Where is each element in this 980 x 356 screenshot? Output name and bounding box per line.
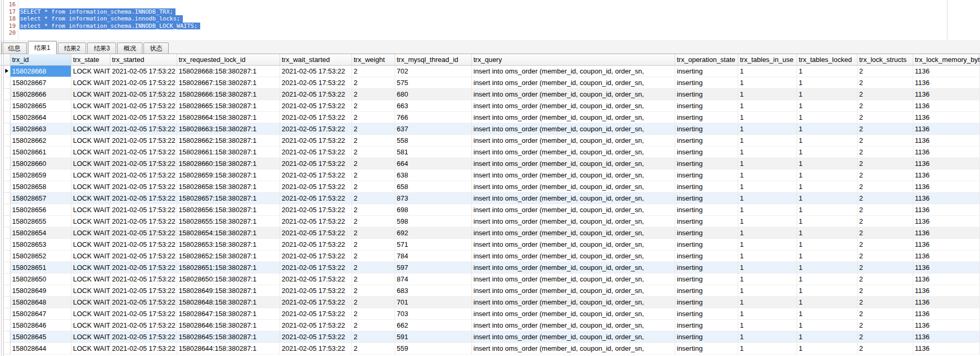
cell-trx_operation_state[interactable]: inserting bbox=[675, 297, 738, 308]
cell-trx_id[interactable]: 158028645 bbox=[11, 331, 71, 343]
cell-trx_lock_structs[interactable]: 2 bbox=[858, 216, 913, 227]
cell-trx_weight[interactable]: 2 bbox=[352, 250, 395, 262]
cell-trx_operation_state[interactable]: inserting bbox=[675, 66, 738, 77]
cell-trx_query[interactable]: insert into oms_order (member_id, coupon… bbox=[472, 170, 675, 181]
row-selector[interactable] bbox=[4, 297, 11, 308]
column-header-trx_state[interactable]: trx_state bbox=[71, 54, 110, 66]
cell-trx_tables_in_use[interactable]: 1 bbox=[738, 320, 797, 331]
cell-trx_weight[interactable]: 2 bbox=[352, 146, 395, 158]
tab-profile[interactable]: 概况 bbox=[117, 43, 142, 54]
cell-trx_lock_memory_bytes[interactable]: 1136 bbox=[913, 262, 980, 274]
cell-trx_id[interactable]: 158028653 bbox=[11, 239, 71, 250]
cell-trx_started[interactable]: 2021-02-05 17:53:22 bbox=[110, 320, 177, 331]
cell-trx_tables_in_use[interactable]: 1 bbox=[738, 262, 797, 274]
cell-trx_weight[interactable]: 2 bbox=[352, 112, 395, 123]
cell-trx_tables_in_use[interactable]: 1 bbox=[738, 297, 797, 308]
cell-trx_mysql_thread_id[interactable]: 559 bbox=[395, 343, 472, 354]
cell-trx_mysql_thread_id[interactable]: 581 bbox=[395, 146, 472, 158]
cell-trx_mysql_thread_id[interactable]: 702 bbox=[395, 66, 472, 77]
cell-trx_tables_locked[interactable]: 1 bbox=[797, 204, 858, 216]
tab-result3[interactable]: 结果3 bbox=[87, 43, 116, 54]
cell-trx_lock_memory_bytes[interactable]: 1136 bbox=[913, 227, 980, 239]
cell-trx_tables_in_use[interactable]: 1 bbox=[738, 112, 797, 123]
cell-trx_operation_state[interactable]: inserting bbox=[675, 343, 738, 354]
column-header-trx_wait_started[interactable]: trx_wait_started bbox=[280, 54, 352, 66]
cell-trx_mysql_thread_id[interactable]: 571 bbox=[395, 239, 472, 250]
cell-trx_tables_in_use[interactable]: 1 bbox=[738, 66, 797, 77]
cell-trx_mysql_thread_id[interactable]: 874 bbox=[395, 274, 472, 285]
cell-trx_lock_structs[interactable]: 2 bbox=[858, 262, 913, 274]
cell-trx_wait_started[interactable]: 2021-02-05 17:53:22 bbox=[280, 193, 352, 204]
cell-trx_tables_in_use[interactable]: 1 bbox=[738, 100, 797, 112]
cell-trx_query[interactable]: insert into oms_order (member_id, coupon… bbox=[472, 239, 675, 250]
cell-trx_operation_state[interactable]: inserting bbox=[675, 227, 738, 239]
cell-trx_lock_structs[interactable]: 2 bbox=[858, 123, 913, 135]
cell-trx_state[interactable]: LOCK WAIT bbox=[71, 285, 110, 297]
cell-trx_started[interactable]: 2021-02-05 17:53:22 bbox=[110, 100, 177, 112]
row-selector[interactable] bbox=[4, 89, 11, 100]
cell-trx_mysql_thread_id[interactable]: 698 bbox=[395, 204, 472, 216]
cell-trx_operation_state[interactable]: inserting bbox=[675, 216, 738, 227]
cell-trx_state[interactable]: LOCK WAIT bbox=[71, 331, 110, 343]
row-selector[interactable] bbox=[4, 320, 11, 331]
tab-result1[interactable]: 结果1 bbox=[28, 41, 57, 54]
cell-trx_wait_started[interactable]: 2021-02-05 17:53:22 bbox=[280, 112, 352, 123]
cell-trx_id[interactable]: 158028666 bbox=[11, 89, 71, 100]
cell-trx_wait_started[interactable]: 2021-02-05 17:53:22 bbox=[280, 250, 352, 262]
editor-line[interactable]: 16 bbox=[0, 1, 980, 8]
cell-trx_mysql_thread_id[interactable]: 703 bbox=[395, 308, 472, 320]
cell-trx_lock_structs[interactable]: 2 bbox=[858, 227, 913, 239]
cell-trx_id[interactable]: 158028652 bbox=[11, 250, 71, 262]
cell-trx_tables_in_use[interactable]: 1 bbox=[738, 158, 797, 170]
cell-trx_wait_started[interactable]: 2021-02-05 17:53:22 bbox=[280, 239, 352, 250]
tab-info[interactable]: 信息 bbox=[2, 43, 27, 54]
cell-trx_id[interactable]: 158028650 bbox=[11, 274, 71, 285]
cell-trx_lock_memory_bytes[interactable]: 1136 bbox=[913, 66, 980, 77]
cell-trx_weight[interactable]: 2 bbox=[352, 285, 395, 297]
cell-trx_lock_structs[interactable]: 2 bbox=[858, 250, 913, 262]
cell-trx_lock_structs[interactable]: 2 bbox=[858, 77, 913, 89]
cell-trx_id[interactable]: 158028668 bbox=[11, 66, 71, 77]
cell-trx_wait_started[interactable]: 2021-02-05 17:53:22 bbox=[280, 285, 352, 297]
cell-trx_lock_memory_bytes[interactable]: 1136 bbox=[913, 135, 980, 146]
cell-trx_started[interactable]: 2021-02-05 17:53:22 bbox=[110, 227, 177, 239]
cell-trx_lock_memory_bytes[interactable]: 1136 bbox=[913, 158, 980, 170]
row-selector[interactable] bbox=[4, 193, 11, 204]
cell-trx_wait_started[interactable]: 2021-02-05 17:53:22 bbox=[280, 170, 352, 181]
cell-trx_tables_in_use[interactable]: 1 bbox=[738, 204, 797, 216]
cell-trx_operation_state[interactable]: inserting bbox=[675, 135, 738, 146]
cell-trx_operation_state[interactable]: inserting bbox=[675, 146, 738, 158]
cell-trx_query[interactable]: insert into oms_order (member_id, coupon… bbox=[472, 89, 675, 100]
cell-trx_tables_locked[interactable]: 1 bbox=[797, 216, 858, 227]
cell-trx_started[interactable]: 2021-02-05 17:53:22 bbox=[110, 77, 177, 89]
cell-trx_id[interactable]: 158028665 bbox=[11, 100, 71, 112]
cell-trx_requested_lock_id[interactable]: 158028645:158:380287:1 bbox=[177, 331, 280, 343]
cell-trx_tables_in_use[interactable]: 1 bbox=[738, 343, 797, 354]
cell-trx_id[interactable]: 158028664 bbox=[11, 112, 71, 123]
cell-trx_tables_in_use[interactable]: 1 bbox=[738, 123, 797, 135]
cell-trx_query[interactable]: insert into oms_order (member_id, coupon… bbox=[472, 123, 675, 135]
cell-trx_started[interactable]: 2021-02-05 17:53:22 bbox=[110, 193, 177, 204]
column-header-trx_lock_structs[interactable]: trx_lock_structs bbox=[858, 54, 913, 66]
cell-trx_state[interactable]: LOCK WAIT bbox=[71, 89, 110, 100]
cell-trx_query[interactable]: insert into oms_order (member_id, coupon… bbox=[472, 146, 675, 158]
cell-trx_wait_started[interactable]: 2021-02-05 17:53:22 bbox=[280, 204, 352, 216]
cell-trx_lock_memory_bytes[interactable]: 1136 bbox=[913, 181, 980, 193]
cell-trx_wait_started[interactable]: 2021-02-05 17:53:22 bbox=[280, 262, 352, 274]
cell-trx_mysql_thread_id[interactable]: 638 bbox=[395, 170, 472, 181]
cell-trx_weight[interactable]: 2 bbox=[352, 297, 395, 308]
cell-trx_tables_locked[interactable]: 1 bbox=[797, 112, 858, 123]
cell-trx_weight[interactable]: 2 bbox=[352, 135, 395, 146]
cell-trx_lock_memory_bytes[interactable]: 1136 bbox=[913, 331, 980, 343]
cell-trx_operation_state[interactable]: inserting bbox=[675, 320, 738, 331]
cell-trx_state[interactable]: LOCK WAIT bbox=[71, 123, 110, 135]
column-header-trx_query[interactable]: trx_query bbox=[472, 54, 675, 66]
cell-trx_lock_memory_bytes[interactable]: 1136 bbox=[913, 100, 980, 112]
cell-trx_requested_lock_id[interactable]: 158028652:158:380287:1 bbox=[177, 250, 280, 262]
cell-trx_operation_state[interactable]: inserting bbox=[675, 170, 738, 181]
cell-trx_lock_memory_bytes[interactable]: 1136 bbox=[913, 216, 980, 227]
row-selector[interactable] bbox=[4, 112, 11, 123]
cell-trx_wait_started[interactable]: 2021-02-05 17:53:22 bbox=[280, 297, 352, 308]
cell-trx_id[interactable]: 158028656 bbox=[11, 204, 71, 216]
cell-trx_tables_in_use[interactable]: 1 bbox=[738, 274, 797, 285]
